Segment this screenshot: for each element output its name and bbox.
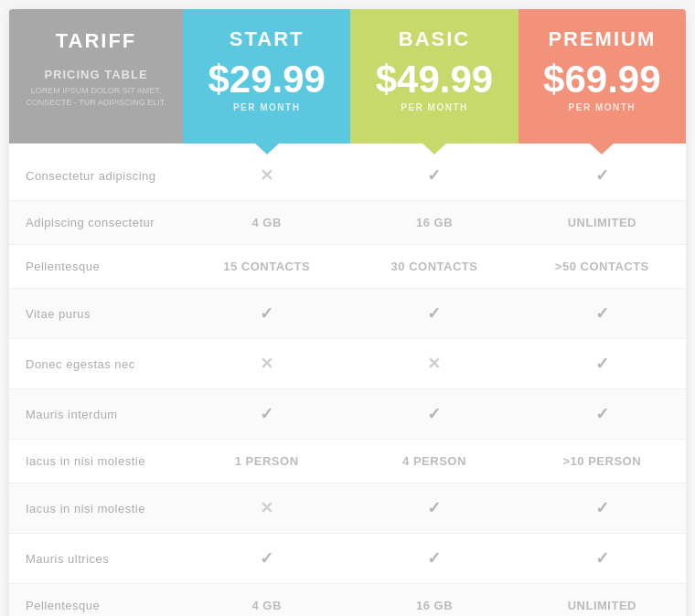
premium-cell: ✓ <box>519 483 686 533</box>
premium-cell: >50 CONTACTS <box>519 245 686 288</box>
cross-icon: ✕ <box>260 498 274 518</box>
row-label: Iacus in nisi molestie <box>9 483 183 533</box>
row-label: Donec egestas nec <box>9 339 183 388</box>
premium-cell: ✓ <box>519 389 686 439</box>
table-row: Adipiscing consectetur4 GB16 GBUNLIMITED <box>9 201 686 245</box>
check-icon: ✓ <box>427 165 442 186</box>
basic-cell: ✓ <box>350 151 518 200</box>
cell-value: 16 GB <box>416 216 453 229</box>
basic-cell: ✕ <box>350 339 518 388</box>
check-icon: ✓ <box>427 548 442 568</box>
premium-cell: UNLIMITED <box>519 201 686 244</box>
row-label: Consectetur adipiscing <box>9 151 183 200</box>
cell-value: 30 CONTACTS <box>391 260 478 273</box>
cell-value: 4 GB <box>251 599 281 612</box>
check-icon: ✓ <box>427 404 442 424</box>
start-cell: ✕ <box>183 483 350 533</box>
row-label: Mauris ultrices <box>9 534 183 583</box>
premium-cell: ✓ <box>519 151 686 200</box>
cell-value: >10 PERSON <box>563 454 642 468</box>
row-label: Mauris interdum <box>9 389 183 439</box>
row-label: Iacus in nisi molestie <box>9 440 183 483</box>
cross-icon: ✕ <box>260 165 274 186</box>
cell-value: 16 GB <box>416 599 453 612</box>
pricing-table-label: PRICING TABLE <box>23 68 169 81</box>
premium-cell: UNLIMITED <box>519 584 686 616</box>
pricing-subtitle: LOREM IPSUM DOLOR SIT AMET, CONSECTE - T… <box>23 85 169 108</box>
cell-value: UNLIMITED <box>568 599 636 612</box>
check-icon: ✓ <box>260 548 274 568</box>
start-cell: 1 PERSON <box>183 440 350 483</box>
basic-cell: 4 PERSON <box>350 440 518 483</box>
cell-value: 4 GB <box>251 216 281 229</box>
check-icon: ✓ <box>260 404 274 424</box>
start-cell: 15 CONTACTS <box>183 245 350 288</box>
start-price: $29.99 <box>192 60 341 99</box>
tariff-title: TARIFF <box>23 29 169 53</box>
check-icon: ✓ <box>595 498 610 518</box>
cell-value: UNLIMITED <box>568 216 636 229</box>
check-icon: ✓ <box>427 498 442 518</box>
pricing-table: TARIFF PRICING TABLE LOREM IPSUM DOLOR S… <box>9 9 686 616</box>
premium-cell: >10 PERSON <box>519 440 686 483</box>
basic-cell: 30 CONTACTS <box>350 245 518 288</box>
premium-per-month: PER MONTH <box>528 102 677 112</box>
cell-value: 15 CONTACTS <box>223 260 310 273</box>
header-row: TARIFF PRICING TABLE LOREM IPSUM DOLOR S… <box>9 9 686 143</box>
table-row: Vitae purus✓✓✓ <box>9 289 686 339</box>
start-cell: ✕ <box>183 151 350 200</box>
table-row: Iacus in nisi molestie1 PERSON4 PERSON>1… <box>9 440 686 483</box>
start-cell: ✕ <box>183 339 350 388</box>
start-cell: ✓ <box>183 289 350 338</box>
table-row: Pellentesque15 CONTACTS30 CONTACTS>50 CO… <box>9 245 686 289</box>
table-row: Pellentesque4 GB16 GBUNLIMITED <box>9 584 686 616</box>
table-row: Donec egestas nec✕✕✓ <box>9 339 686 389</box>
premium-header: PREMIUM $69.99 PER MONTH <box>519 9 686 143</box>
start-plan-name: START <box>192 27 341 51</box>
premium-plan-name: PREMIUM <box>528 27 677 51</box>
check-icon: ✓ <box>595 404 610 424</box>
check-icon: ✓ <box>260 303 274 324</box>
premium-cell: ✓ <box>519 289 686 338</box>
row-label: Vitae purus <box>9 289 183 338</box>
tariff-header: TARIFF PRICING TABLE LOREM IPSUM DOLOR S… <box>9 9 183 143</box>
check-icon: ✓ <box>595 303 610 324</box>
start-cell: ✓ <box>183 389 350 439</box>
basic-cell: ✓ <box>350 534 518 583</box>
cross-icon: ✕ <box>260 354 274 374</box>
basic-cell: 16 GB <box>350 584 518 616</box>
premium-cell: ✓ <box>519 534 686 583</box>
row-label: Pellentesque <box>9 584 183 616</box>
start-header: START $29.99 PER MONTH <box>183 9 350 143</box>
table-row: Mauris ultrices✓✓✓ <box>9 534 686 584</box>
premium-cell: ✓ <box>519 339 686 388</box>
basic-cell: ✓ <box>350 389 518 439</box>
basic-plan-name: BASIC <box>359 27 508 51</box>
basic-per-month: PER MONTH <box>359 102 508 112</box>
basic-cell: 16 GB <box>350 201 518 244</box>
start-cell: 4 GB <box>183 584 350 616</box>
table-row: Mauris interdum✓✓✓ <box>9 389 686 440</box>
cell-value: >50 CONTACTS <box>555 260 649 273</box>
check-icon: ✓ <box>595 548 610 568</box>
check-icon: ✓ <box>595 165 610 186</box>
start-cell: 4 GB <box>183 201 350 244</box>
data-rows: Consectetur adipiscing✕✓✓Adipiscing cons… <box>9 143 686 616</box>
start-cell: ✓ <box>183 534 350 583</box>
cell-value: 4 PERSON <box>402 454 466 468</box>
row-label: Pellentesque <box>9 245 183 288</box>
basic-cell: ✓ <box>350 483 518 533</box>
premium-price: $69.99 <box>528 60 677 99</box>
start-per-month: PER MONTH <box>192 102 341 112</box>
basic-price: $49.99 <box>359 60 508 99</box>
check-icon: ✓ <box>427 303 442 324</box>
row-label: Adipiscing consectetur <box>9 201 183 244</box>
check-icon: ✓ <box>595 354 610 374</box>
table-row: Iacus in nisi molestie✕✓✓ <box>9 483 686 534</box>
basic-cell: ✓ <box>350 289 518 338</box>
cross-icon: ✕ <box>427 354 442 374</box>
table-row: Consectetur adipiscing✕✓✓ <box>9 151 686 201</box>
cell-value: 1 PERSON <box>235 454 299 468</box>
basic-header: BASIC $49.99 PER MONTH <box>350 9 518 143</box>
